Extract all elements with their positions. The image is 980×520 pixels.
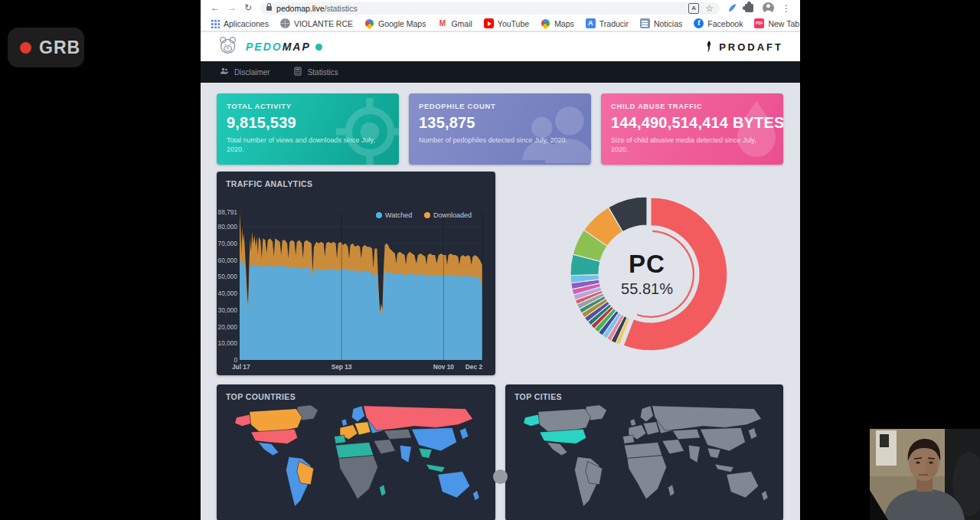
bookmark-star-icon[interactable]: ☆ bbox=[705, 4, 714, 13]
stat-card-pedophile-count: PEDOPHILE COUNT135,875Number of pedophil… bbox=[409, 93, 591, 165]
svg-text:40,000: 40,000 bbox=[218, 289, 238, 297]
brand-wordmark[interactable]: PEDOMAP bbox=[246, 41, 322, 53]
svg-text:Jul 17: Jul 17 bbox=[232, 363, 250, 371]
pdf-icon bbox=[754, 18, 764, 28]
svg-text:80,000: 80,000 bbox=[218, 223, 238, 231]
nav-item-label: Statistics bbox=[308, 68, 338, 77]
webcam-feed bbox=[870, 429, 980, 520]
globe-icon bbox=[280, 18, 290, 28]
region-canada bbox=[538, 409, 591, 433]
region-iberia bbox=[334, 435, 345, 443]
bookmark-item[interactable]: Gmail bbox=[437, 18, 472, 28]
region-iberia bbox=[622, 435, 634, 443]
bookmark-item[interactable]: Facebook bbox=[694, 18, 743, 28]
nav-item-disclaimer[interactable]: Disclaimer bbox=[208, 61, 282, 83]
bookmark-label: Noticias bbox=[654, 19, 682, 28]
svg-text:30,000: 30,000 bbox=[218, 306, 238, 314]
card-value: 9,815,539 bbox=[227, 114, 389, 132]
region-japan bbox=[459, 427, 468, 439]
nav-item-statistics[interactable]: Statistics bbox=[282, 61, 350, 83]
youtube-icon bbox=[484, 18, 494, 28]
top-countries-map[interactable] bbox=[224, 403, 488, 515]
region-usa bbox=[540, 429, 586, 443]
region-australia bbox=[727, 472, 759, 498]
bookmark-item[interactable]: Google Maps bbox=[364, 18, 426, 28]
address-bar[interactable]: pedomap.live/statistics ☆ bbox=[260, 2, 720, 15]
bookmark-label: Traducir bbox=[599, 19, 629, 28]
feather-extension-icon[interactable] bbox=[727, 3, 737, 13]
facebook-icon bbox=[694, 18, 704, 28]
brand-primary: PEDO bbox=[246, 41, 283, 53]
region-alaska bbox=[524, 414, 541, 426]
region-usa bbox=[251, 429, 298, 443]
translate-icon[interactable] bbox=[688, 3, 699, 14]
svg-text:10,000: 10,000 bbox=[218, 339, 238, 347]
region-newzealand bbox=[762, 490, 769, 500]
bookmark-item[interactable]: VIOLANTE RCE bbox=[280, 18, 353, 28]
scroll-indicator-dot[interactable] bbox=[493, 469, 508, 484]
browser-window: ← → ↻ pedomap.live/statistics ☆ ⋮ Aplica… bbox=[201, 0, 800, 520]
card-description: Total number of views and downloads sinc… bbox=[227, 136, 384, 154]
bookmark-item[interactable]: YouTube bbox=[484, 18, 529, 28]
brand-dot-icon bbox=[315, 44, 322, 51]
region-africa bbox=[338, 456, 377, 499]
region-kazakhstan bbox=[672, 429, 700, 439]
reload-button[interactable]: ↻ bbox=[244, 0, 252, 16]
region-australia bbox=[438, 472, 470, 498]
region-newzealand bbox=[473, 490, 480, 500]
top-cities-map[interactable] bbox=[513, 403, 776, 515]
pedomap-bear-logo-icon bbox=[217, 35, 238, 59]
traffic-analytics-panel: 88,79180,00070,00060,00050,00040,00030,0… bbox=[217, 172, 495, 375]
browser-menu-icon[interactable]: ⋮ bbox=[782, 3, 791, 14]
svg-text:88,791: 88,791 bbox=[218, 208, 238, 216]
bookmark-item[interactable]: Aplicaciones bbox=[210, 18, 269, 28]
back-button[interactable]: ← bbox=[211, 0, 220, 16]
region-russia bbox=[652, 406, 762, 430]
region-uk bbox=[630, 419, 636, 427]
bookmark-item[interactable]: New Tab bbox=[754, 18, 799, 28]
card-value: 135,875 bbox=[419, 114, 581, 132]
partner-label: PRODAFT bbox=[719, 41, 783, 53]
browser-toolbar: ← → ↻ pedomap.live/statistics ☆ ⋮ bbox=[201, 0, 800, 16]
bookmark-item[interactable]: Traducir bbox=[586, 18, 629, 28]
bookmark-label: Google Maps bbox=[378, 19, 426, 28]
card-description: Number of pedophiles detected since July… bbox=[419, 136, 576, 145]
webcam-overlay bbox=[870, 429, 980, 520]
stats-cards: TOTAL ACTIVITY9,815,539Total number of v… bbox=[217, 93, 783, 165]
region-mexico bbox=[547, 442, 567, 455]
svg-text:20,000: 20,000 bbox=[218, 323, 238, 331]
card-value: 144,490,514,414 BYTES bbox=[611, 114, 773, 132]
prodaft-logo: PRODAFT bbox=[704, 40, 783, 54]
bookmark-item[interactable]: Maps bbox=[541, 18, 574, 28]
nav-item-label: Disclaimer bbox=[234, 68, 270, 77]
profile-avatar[interactable] bbox=[763, 2, 774, 14]
region-uk bbox=[341, 419, 348, 427]
traffic-analytics-chart: 88,79180,00070,00060,00050,00040,00030,0… bbox=[217, 172, 495, 375]
bookmarks-bar: AplicacionesVIOLANTE RCEGoogle MapsGmail… bbox=[201, 16, 800, 31]
region-russia bbox=[364, 406, 473, 430]
bookmark-label: Maps bbox=[554, 19, 574, 28]
card-label: TOTAL ACTIVITY bbox=[227, 102, 389, 110]
brand-secondary: MAP bbox=[283, 41, 311, 53]
region-scandinavia bbox=[351, 406, 364, 422]
card-description: Size of child abusive media detected sin… bbox=[611, 136, 768, 154]
svg-text:70,000: 70,000 bbox=[218, 240, 238, 247]
card-label: CHILD ABUSE TRAFFIC bbox=[611, 102, 773, 110]
site-nav: DisclaimerStatistics bbox=[201, 61, 800, 83]
donut-chart[interactable] bbox=[563, 189, 731, 358]
extensions-puzzle-icon[interactable] bbox=[745, 4, 753, 12]
region-china bbox=[411, 427, 456, 451]
svg-text:Nov 10: Nov 10 bbox=[433, 363, 455, 371]
map-pin-icon bbox=[540, 18, 552, 30]
forward-button[interactable]: → bbox=[227, 0, 237, 16]
bookmark-label: Aplicaciones bbox=[224, 19, 269, 28]
region-africa bbox=[627, 456, 666, 499]
users-icon bbox=[220, 67, 229, 77]
bookmark-label: VIOLANTE RCE bbox=[294, 19, 353, 28]
dashboard-content: TOTAL ACTIVITY9,815,539Total number of v… bbox=[201, 83, 800, 520]
region-canada bbox=[250, 409, 302, 433]
bookmark-item[interactable]: Noticias bbox=[640, 18, 682, 28]
url-text: pedomap.live/statistics bbox=[276, 4, 358, 13]
region-indonesia bbox=[715, 464, 734, 472]
region-india bbox=[688, 445, 700, 463]
